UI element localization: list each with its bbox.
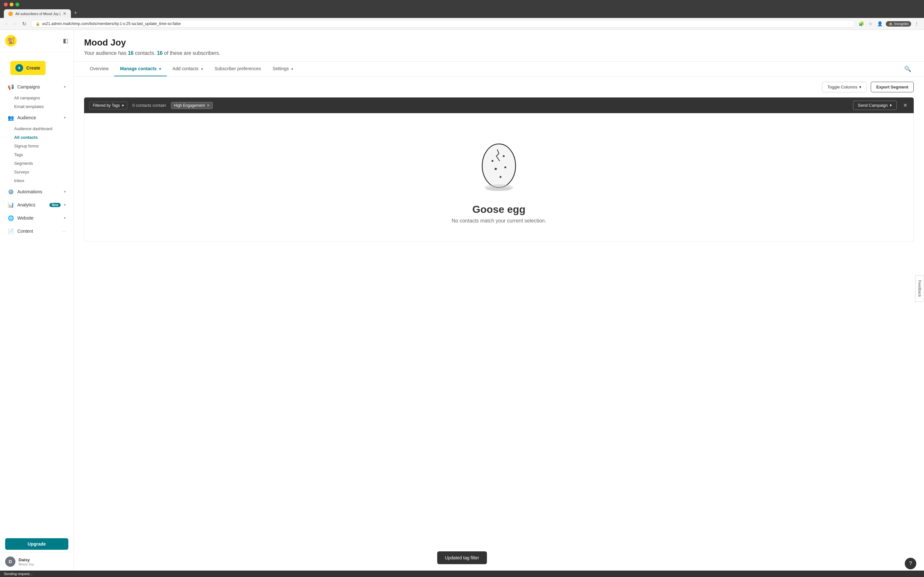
back-button[interactable]: ‹: [4, 20, 9, 27]
sidebar-collapse-button[interactable]: ◧: [63, 37, 68, 44]
traffic-light-yellow[interactable]: [10, 3, 13, 6]
automations-label: Automations: [17, 189, 61, 194]
url-text: us21.admin.mailchimp.com/lists/members/#…: [42, 21, 850, 26]
extensions-button[interactable]: 🧩: [857, 21, 865, 27]
incognito-icon: 🕵️: [888, 22, 893, 26]
audience-submenu: Audience dashboard All contacts Signup f…: [0, 124, 73, 185]
filter-tag-remove-button[interactable]: ✕: [207, 103, 210, 108]
automations-chevron: ▾: [64, 189, 66, 194]
search-button[interactable]: 🔍: [901, 63, 914, 75]
sidebar-item-surveys[interactable]: Surveys: [14, 168, 73, 176]
sidebar-item-content[interactable]: 📄 Content ···: [3, 225, 71, 237]
toggle-columns-chevron: ▾: [859, 85, 861, 89]
sidebar-item-segments[interactable]: Segments: [14, 159, 73, 168]
tab-subscriber-preferences[interactable]: Subscriber preferences: [209, 61, 267, 76]
filter-clear-button[interactable]: ✕: [902, 101, 909, 110]
svg-point-7: [486, 187, 512, 191]
egg-illustration: [473, 131, 525, 196]
tab-add-contacts-label: Add contacts: [173, 66, 199, 71]
bookmark-button[interactable]: ☆: [867, 21, 874, 27]
toast-notification: Updated tag filter: [437, 551, 487, 564]
content-label: Content: [17, 229, 59, 234]
tab-close-button[interactable]: ✕: [63, 11, 66, 16]
sidebar-item-campaigns[interactable]: 📢 Campaigns ▾: [3, 81, 71, 93]
audience-chevron: ▾: [64, 115, 66, 120]
toggle-columns-button[interactable]: Toggle Columns ▾: [822, 82, 867, 92]
create-button[interactable]: + Create: [10, 61, 45, 75]
sidebar-item-website[interactable]: 🌐 Website ▾: [3, 211, 71, 224]
tab-add-contacts[interactable]: Add contacts ▾: [167, 61, 209, 76]
tab-manage-contacts[interactable]: Manage contacts ▾: [114, 61, 166, 76]
export-segment-button[interactable]: Export Segment: [871, 82, 914, 92]
sidebar-item-all-campaigns[interactable]: All campaigns: [14, 93, 73, 102]
nav-tabs: Overview Manage contacts ▾ Add contacts …: [74, 61, 924, 77]
filtered-by-tags-label: Filtered by Tags: [93, 103, 120, 108]
website-label: Website: [17, 215, 61, 221]
filter-tag-chevron: ▾: [122, 103, 124, 108]
traffic-light-green[interactable]: [15, 3, 19, 6]
automations-icon: ⚙️: [8, 189, 14, 195]
incognito-label: Incognito: [894, 22, 909, 26]
sidebar-item-signup-forms[interactable]: Signup forms: [14, 142, 73, 150]
manage-contacts-chevron: ▾: [159, 67, 161, 71]
sidebar-item-audience-dashboard[interactable]: Audience dashboard: [14, 124, 73, 133]
audience-prefix: Your audience has: [84, 50, 128, 56]
svg-point-2: [503, 155, 505, 157]
contacts-count: 16: [128, 50, 134, 56]
create-icon: +: [15, 64, 23, 72]
page-header: Mood Joy Your audience has 16 contacts. …: [74, 30, 924, 61]
svg-point-5: [499, 176, 501, 178]
secure-icon: 🔒: [36, 22, 40, 26]
sidebar-item-tags[interactable]: Tags: [14, 150, 73, 159]
tab-favicon: [8, 11, 13, 16]
content-chevron: ···: [63, 229, 66, 234]
send-campaign-chevron: ▾: [890, 103, 892, 108]
user-org: Mood Joy: [19, 562, 68, 566]
contacts-count-label: 0 contacts contain: [132, 103, 166, 108]
address-bar[interactable]: 🔒 us21.admin.mailchimp.com/lists/members…: [31, 20, 855, 27]
empty-state: Goose egg No contacts match your current…: [84, 113, 914, 242]
forward-button[interactable]: ›: [12, 20, 17, 27]
sidebar-header: 🐒 ◧: [0, 30, 73, 52]
new-tab-button[interactable]: +: [71, 9, 79, 17]
content-icon: 📄: [8, 228, 14, 234]
user-info: Daisy Mood Joy: [19, 558, 68, 566]
svg-point-3: [495, 168, 497, 170]
reload-button[interactable]: ↻: [20, 20, 28, 27]
analytics-badge: New: [49, 203, 61, 207]
menu-button[interactable]: ⋮: [913, 21, 920, 27]
sidebar-item-analytics[interactable]: 📊 Analytics New ▾: [3, 198, 71, 211]
help-button[interactable]: ?: [905, 558, 916, 569]
sidebar-item-audience[interactable]: 👥 Audience ▾: [3, 111, 71, 124]
sidebar-item-automations[interactable]: ⚙️ Automations ▾: [3, 185, 71, 198]
browser-tab-active[interactable]: All subscribers of Mood Joy | ✕: [4, 9, 71, 18]
svg-point-0: [482, 144, 515, 187]
website-chevron: ▾: [64, 216, 66, 220]
campaigns-label: Campaigns: [17, 84, 61, 89]
sidebar-item-all-contacts[interactable]: All contacts: [14, 133, 73, 142]
status-bar: Sending request...: [0, 571, 924, 577]
status-text: Sending request...: [4, 572, 32, 576]
feedback-tab[interactable]: Feedback: [915, 276, 924, 302]
audience-suffix: of these are subscribers.: [163, 50, 220, 56]
audience-label: Audience: [17, 115, 61, 120]
send-campaign-button[interactable]: Send Campaign ▾: [853, 101, 897, 110]
settings-chevron: ▾: [291, 67, 293, 71]
tab-settings[interactable]: Settings ▾: [267, 61, 299, 76]
mailchimp-logo: 🐒: [5, 35, 17, 47]
filtered-by-tags-button[interactable]: Filtered by Tags ▾: [89, 102, 128, 109]
traffic-light-red[interactable]: [4, 3, 8, 6]
upgrade-button[interactable]: Upgrade: [5, 538, 68, 550]
profile-button[interactable]: 👤: [876, 21, 884, 27]
tab-overview[interactable]: Overview: [84, 61, 114, 76]
add-contacts-chevron: ▾: [201, 67, 203, 71]
toast-text: Updated tag filter: [445, 555, 479, 560]
sidebar-navigation: + Create 📢 Campaigns ▾ All campaigns Ema…: [0, 52, 73, 536]
campaigns-submenu: All campaigns Email templates: [0, 93, 73, 111]
user-section: D Daisy Mood Joy: [0, 552, 73, 571]
sidebar-item-email-templates[interactable]: Email templates: [14, 102, 73, 111]
sidebar-item-inbox[interactable]: Inbox: [14, 176, 73, 185]
tab-settings-label: Settings: [272, 66, 289, 71]
tab-overview-label: Overview: [90, 66, 108, 71]
audience-icon: 👥: [8, 114, 14, 121]
